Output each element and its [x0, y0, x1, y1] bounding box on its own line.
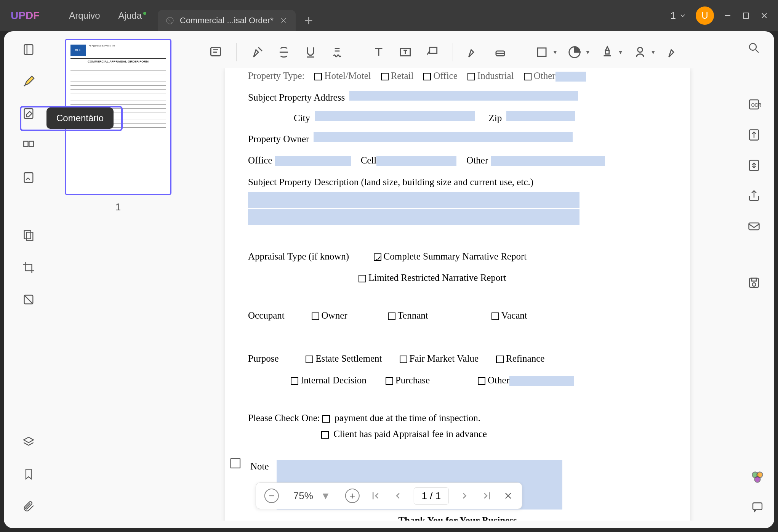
reader-mode-button[interactable]: [18, 39, 39, 60]
occupant-owner-option: Owner: [322, 310, 347, 320]
purpose-label: Purpose: [248, 351, 279, 367]
crop-button[interactable]: [18, 257, 39, 278]
eraser-tool[interactable]: [490, 42, 510, 62]
purpose-refi-option: Refinance: [506, 353, 544, 364]
user-avatar[interactable]: U: [696, 6, 714, 25]
comment-tooltip: Comentário: [46, 107, 114, 129]
svg-rect-10: [211, 47, 220, 56]
svg-rect-22: [749, 223, 759, 230]
other-phone-label: Other: [466, 155, 488, 165]
comment-mode-button[interactable]: [18, 71, 39, 92]
pt-other-option: Other: [534, 71, 555, 81]
pt-retail-option: Retail: [391, 71, 414, 81]
pay-due-option: payment due at the time of inspection.: [335, 413, 480, 423]
occupant-tennant-option: Tennant: [398, 310, 428, 320]
organize-pages-button[interactable]: [18, 135, 39, 156]
ai-button[interactable]: [748, 467, 767, 487]
edit-mode-button[interactable]: [18, 103, 39, 124]
purpose-internal-option: Internal Decision: [301, 375, 367, 385]
office-label: Office: [248, 155, 272, 165]
property-owner-label: Property Owner: [248, 131, 309, 147]
close-tab-icon[interactable]: [279, 16, 288, 25]
page-indicator[interactable]: 1: [671, 10, 687, 22]
bookmarks-button[interactable]: [18, 463, 39, 485]
zoom-bar: − 75%▼ + 1 / 1: [256, 482, 522, 509]
purpose-estate-option: Estate Settlement: [315, 353, 382, 364]
menu-arquivo[interactable]: Arquivo: [60, 10, 109, 21]
occupant-vacant-option: Vacant: [501, 310, 527, 320]
pt-industrial-option: Industrial: [477, 71, 514, 81]
pay-advance-option: Client has paid Appraisal fee in advance: [333, 429, 487, 439]
zoom-in-button[interactable]: +: [345, 489, 360, 503]
pt-hotel-option: Hotel/Motel: [324, 71, 371, 81]
next-page-button[interactable]: [459, 490, 471, 502]
menu-ajuda[interactable]: Ajuda: [109, 10, 151, 21]
thumbnail-panel: ALLAll Appraisal Services, Inc COMMERCIA…: [53, 31, 183, 528]
minimize-icon[interactable]: [723, 11, 732, 20]
svg-rect-24: [752, 278, 756, 281]
close-zoombar-button[interactable]: [503, 490, 514, 501]
redact-button[interactable]: [18, 289, 39, 310]
save-button[interactable]: [744, 273, 764, 293]
svg-rect-1: [743, 13, 749, 18]
appraisal-complete-option: Complete Summary Narrative Report: [384, 251, 527, 261]
maximize-icon[interactable]: [741, 11, 751, 20]
close-window-icon[interactable]: [760, 11, 769, 20]
document-viewport[interactable]: Property Type: Hotel/Motel Retail Office…: [183, 68, 774, 521]
add-tab-icon[interactable]: [303, 14, 315, 27]
squiggly-tool[interactable]: [327, 42, 347, 62]
appraisal-limited-option: Limited Restricted Narrative Report: [368, 272, 506, 283]
text-tool[interactable]: [369, 42, 389, 62]
page-tools-button[interactable]: [18, 225, 39, 246]
zip-label: Zip: [489, 110, 502, 127]
strikethrough-tool[interactable]: [274, 42, 294, 62]
property-type-label: Property Type:: [248, 68, 304, 84]
more-tools[interactable]: [663, 42, 682, 62]
svg-point-17: [749, 43, 756, 50]
tab-title: Commercial ...isal Order*: [180, 16, 274, 26]
svg-rect-14: [538, 48, 546, 56]
document-tab[interactable]: Commercial ...isal Order*: [158, 10, 296, 31]
appraisal-type-label: Appraisal Type (if known): [248, 248, 349, 265]
first-page-button[interactable]: [370, 490, 382, 502]
city-label: City: [294, 110, 310, 127]
svg-point-28: [755, 477, 760, 482]
compress-button[interactable]: [744, 155, 764, 175]
sticker-tool[interactable]: ▼: [565, 42, 591, 62]
callout-tool[interactable]: [422, 42, 442, 62]
check-one-label: Please Check One:: [248, 413, 320, 423]
zoom-level-select[interactable]: 75%▼: [289, 490, 335, 502]
search-button[interactable]: [744, 38, 764, 58]
svg-rect-29: [753, 503, 762, 510]
signature-tool[interactable]: ▼: [630, 42, 656, 62]
prev-page-button[interactable]: [392, 490, 404, 502]
ocr-button[interactable]: OCR: [744, 95, 764, 114]
attachments-button[interactable]: [18, 495, 39, 517]
svg-point-25: [752, 283, 756, 286]
textbox-tool[interactable]: [395, 42, 415, 62]
fill-sign-button[interactable]: [18, 167, 39, 188]
pdf-page: Property Type: Hotel/Motel Retail Office…: [225, 68, 690, 521]
note-tool[interactable]: [206, 42, 226, 62]
zoom-out-button[interactable]: −: [264, 489, 279, 503]
layers-button[interactable]: [18, 431, 39, 453]
pencil-tool[interactable]: [464, 42, 483, 62]
highlight-tool[interactable]: [247, 42, 267, 62]
email-button[interactable]: [744, 216, 764, 236]
underline-tool[interactable]: [301, 42, 320, 62]
purpose-fmv-option: Fair Market Value: [410, 353, 479, 364]
stamp-tool[interactable]: ▼: [597, 42, 623, 62]
occupant-label: Occupant: [248, 308, 285, 324]
convert-button[interactable]: [744, 125, 764, 145]
comments-panel-button[interactable]: [748, 497, 767, 517]
thumbnail-page-number: 1: [115, 201, 121, 213]
cell-label: Cell: [361, 155, 377, 165]
page-number-input[interactable]: 1 / 1: [414, 487, 449, 505]
thanks-text: Thank You for Your Business: [248, 513, 667, 521]
svg-rect-5: [29, 141, 33, 147]
shape-tool[interactable]: ▼: [532, 42, 558, 62]
pt-office-option: Office: [433, 71, 457, 81]
share-button[interactable]: [744, 186, 764, 206]
last-page-button[interactable]: [481, 490, 493, 502]
note-label: Note: [250, 458, 269, 475]
